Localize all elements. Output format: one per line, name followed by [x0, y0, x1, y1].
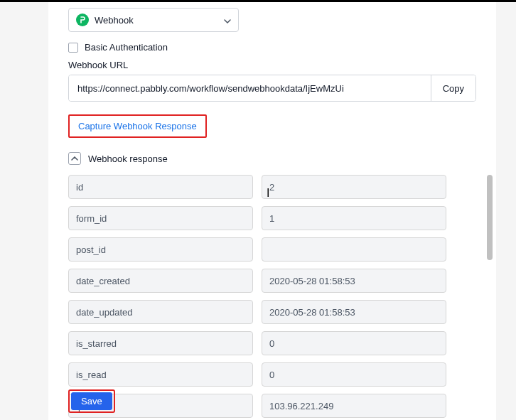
save-button[interactable]: Save — [71, 392, 112, 410]
copy-button[interactable]: Copy — [431, 75, 475, 101]
scrollbar-thumb[interactable] — [487, 175, 493, 260]
webhook-url-label: Webhook URL — [68, 60, 476, 70]
field-value[interactable]: 2020-05-28 01:58:53 — [262, 269, 446, 293]
field-key[interactable]: date_created — [68, 269, 253, 293]
field-key[interactable]: date_updated — [68, 300, 253, 324]
webhook-response-title: Webhook response — [88, 154, 168, 164]
webhook-url-row: https://connect.pabbly.com/workflow/send… — [68, 75, 476, 102]
pabbly-icon — [76, 14, 89, 26]
field-key[interactable]: post_id — [68, 237, 253, 262]
field-value[interactable]: 0 — [262, 362, 446, 387]
main-panel: Webhook Basic Authentication Webhook URL… — [48, 2, 496, 420]
field-value[interactable]: 2 — [262, 175, 446, 199]
field-value[interactable] — [262, 237, 446, 262]
response-fields-grid: id 2 form_id 1 post_id date_created 2020… — [68, 175, 476, 420]
basic-auth-label: Basic Authentication — [85, 42, 168, 53]
basic-auth-checkbox[interactable] — [68, 43, 78, 53]
collapse-toggle[interactable] — [68, 152, 81, 165]
field-value[interactable]: 0 — [262, 331, 446, 355]
field-value[interactable]: 2020-05-28 01:58:53 — [262, 300, 446, 324]
webhook-response-header: Webhook response — [68, 152, 476, 165]
field-key[interactable]: form_id — [68, 206, 253, 230]
field-key[interactable]: is_starred — [68, 331, 253, 355]
caret-down-icon — [224, 14, 231, 26]
basic-auth-row: Basic Authentication — [68, 42, 476, 53]
field-value[interactable]: 1 — [262, 206, 446, 230]
field-value[interactable]: 103.96.221.249 — [262, 394, 446, 418]
field-key[interactable]: is_read — [68, 362, 253, 387]
webhook-url-input[interactable]: https://connect.pabbly.com/workflow/send… — [69, 75, 431, 101]
capture-webhook-response-button[interactable]: Capture Webhook Response — [68, 114, 207, 138]
scrollbar[interactable] — [487, 175, 493, 388]
field-key[interactable]: id — [68, 175, 253, 199]
webhook-dropdown[interactable]: Webhook — [68, 8, 239, 32]
dropdown-label: Webhook — [95, 15, 134, 26]
